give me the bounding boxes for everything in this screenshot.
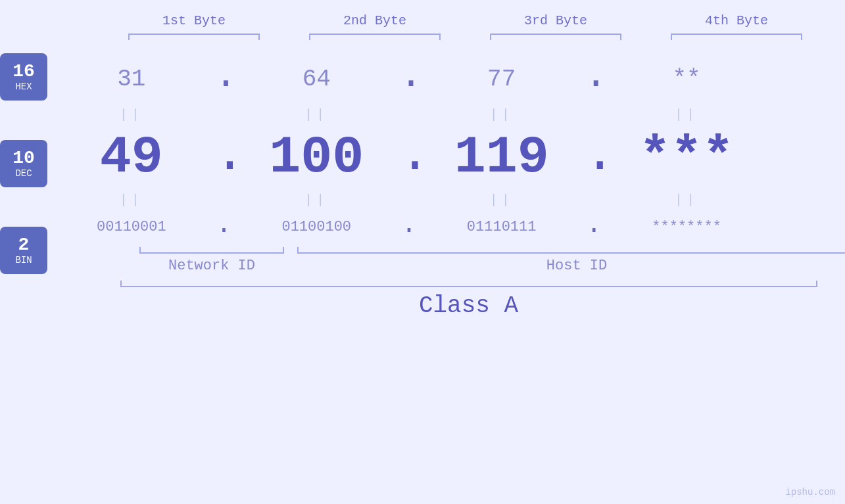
dec-dot3: . <box>584 125 604 190</box>
eq2-b1: || <box>59 193 204 208</box>
bin-b4-cell: ******** <box>614 219 759 235</box>
hex-dot3: . <box>584 53 604 104</box>
byte-headers-row: 1st Byte 2nd Byte 3rd Byte 4th Byte <box>104 13 827 28</box>
bin-b3-value: 01110111 <box>467 219 537 235</box>
bin-dot1: . <box>214 210 234 243</box>
bin-badge: 2 BIN <box>0 227 47 274</box>
bin-b4-value: ******** <box>652 219 721 235</box>
hex-b4-cell: ** <box>614 66 759 93</box>
class-bracket <box>120 281 817 287</box>
byte3-header: 3rd Byte <box>483 13 628 28</box>
bin-number: 2 <box>18 235 30 256</box>
class-label: Class A <box>419 292 518 319</box>
dec-b1-cell: 49 <box>59 127 204 187</box>
dec-b4-cell: *** <box>614 127 759 187</box>
eq1-b4: || <box>614 107 759 122</box>
bin-b3-cell: 01110111 <box>429 219 574 235</box>
dec-b2-cell: 100 <box>244 127 389 187</box>
byte4-header: 4th Byte <box>664 13 809 28</box>
equals-row-1: || || || || <box>47 107 771 122</box>
dec-b1-value: 49 <box>100 127 163 187</box>
eq1-b2: || <box>244 107 389 122</box>
network-bracket <box>139 247 284 254</box>
bin-row: 00110001 . 01100100 . 01110111 . *******… <box>47 210 771 243</box>
equals-row-2: || || || || <box>47 193 771 208</box>
dec-b4-value: *** <box>639 127 734 187</box>
dec-dot1: . <box>214 125 234 190</box>
bin-b2-cell: 01100100 <box>244 219 389 235</box>
hex-dot2: . <box>399 53 419 104</box>
dec-badge: 10 DEC <box>0 140 47 187</box>
hex-label: HEX <box>15 81 32 92</box>
eq2-b4: || <box>614 193 759 208</box>
hex-number: 16 <box>12 62 35 82</box>
eq1-b3: || <box>429 107 574 122</box>
eq1-b1: || <box>59 107 204 122</box>
hex-badge: 16 HEX <box>0 53 47 101</box>
dec-label: DEC <box>15 168 32 179</box>
byte2-header: 2nd Byte <box>302 13 447 28</box>
bin-b1-cell: 00110001 <box>59 219 204 235</box>
byte1-header: 1st Byte <box>122 13 266 28</box>
content-area: 16 HEX 10 DEC 2 BIN 31 . 64 <box>0 47 845 274</box>
id-labels-row: Network ID Host ID <box>139 258 845 274</box>
bracket-byte3 <box>490 34 621 40</box>
bottom-brackets <box>139 247 845 254</box>
hex-dot1: . <box>214 53 234 104</box>
dec-b2-value: 100 <box>269 127 364 187</box>
network-id-label: Network ID <box>139 258 284 274</box>
hex-b1-cell: 31 <box>59 66 204 93</box>
values-grid: 31 . 64 . 77 . ** || || <box>47 47 845 274</box>
class-area: Class A <box>107 281 831 319</box>
eq2-b2: || <box>244 193 389 208</box>
hex-b2-value: 64 <box>302 66 331 93</box>
dec-b3-value: 119 <box>454 127 549 187</box>
bin-label: BIN <box>15 255 32 265</box>
hex-b4-value: ** <box>672 66 700 93</box>
bracket-byte1 <box>128 34 260 40</box>
bracket-byte4 <box>671 34 802 40</box>
dec-number: 10 <box>12 149 35 169</box>
hex-b1-value: 31 <box>117 66 145 93</box>
base-labels-column: 16 HEX 10 DEC 2 BIN <box>0 47 47 274</box>
hex-b2-cell: 64 <box>244 66 389 93</box>
bin-b1-value: 00110001 <box>97 219 166 235</box>
bin-b2-value: 01100100 <box>281 219 351 235</box>
dec-dot2: . <box>399 125 419 190</box>
hex-row: 31 . 64 . 77 . ** <box>47 53 771 104</box>
watermark: ipshu.com <box>785 487 835 497</box>
main-container: 1st Byte 2nd Byte 3rd Byte 4th Byte 16 H… <box>0 0 845 504</box>
bracket-byte2 <box>309 34 441 40</box>
eq2-b3: || <box>429 193 574 208</box>
dec-row: 49 . 100 . 119 . *** <box>47 125 771 190</box>
hex-b3-value: 77 <box>487 66 516 93</box>
top-brackets <box>104 34 827 40</box>
hex-b3-cell: 77 <box>429 66 574 93</box>
dec-b3-cell: 119 <box>429 127 574 187</box>
host-id-label: Host ID <box>291 258 845 274</box>
bin-dot3: . <box>584 210 604 243</box>
bin-dot2: . <box>399 210 419 243</box>
host-bracket <box>297 247 845 254</box>
